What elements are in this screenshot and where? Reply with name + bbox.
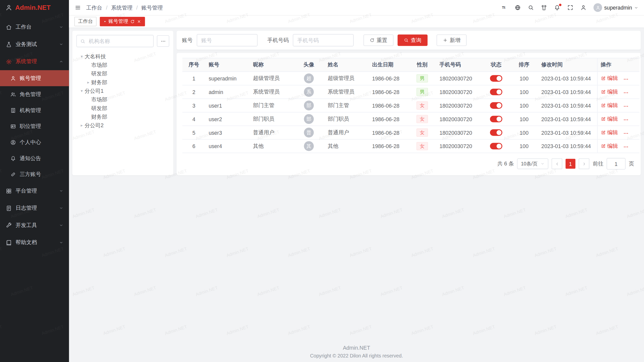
notification-bell-icon[interactable] bbox=[554, 5, 560, 11]
table-row: 6user4其他其其他1986-06-28女180200307201002023… bbox=[182, 139, 639, 153]
sidebar-item-role-management[interactable]: 角色管理 bbox=[0, 86, 69, 102]
edit-button[interactable]: 编辑 bbox=[601, 129, 618, 136]
search-button[interactable]: 查询 bbox=[397, 34, 427, 46]
sidebar-item-label: 账号管理 bbox=[20, 74, 41, 82]
tree-node[interactable]: ▸分公司2 bbox=[76, 121, 169, 130]
tree-node[interactable]: 市场部 bbox=[76, 61, 169, 69]
profile-icon[interactable] bbox=[580, 5, 586, 11]
sidebar-item-platform-management[interactable]: 平台管理 bbox=[0, 182, 69, 200]
sidebar-item-position-management[interactable]: 职位管理 bbox=[0, 118, 69, 134]
footer-copyright: Copyright © 2022 Dilon All rights reserv… bbox=[69, 353, 644, 359]
phone-label: 手机号码 bbox=[267, 36, 289, 44]
account-input[interactable] bbox=[197, 34, 258, 47]
edit-icon bbox=[601, 76, 606, 81]
tab-workbench[interactable]: 工作台 bbox=[74, 17, 97, 26]
sidebar-item-business-test[interactable]: 业务测试 bbox=[0, 36, 69, 53]
sidebar-item-help-docs[interactable]: 帮助文档 bbox=[0, 234, 69, 251]
sidebar-item-log-management[interactable]: 日志管理 bbox=[0, 199, 69, 217]
more-actions-button[interactable] bbox=[623, 104, 629, 109]
status-toggle[interactable] bbox=[490, 129, 502, 136]
org-search-input[interactable] bbox=[88, 37, 150, 44]
tree-node[interactable]: ▾分公司1 bbox=[76, 86, 169, 95]
status-toggle[interactable] bbox=[490, 75, 502, 82]
tree-node[interactable]: 研发部 bbox=[76, 69, 169, 78]
active-dot-icon bbox=[103, 20, 106, 23]
chevron-down-icon bbox=[634, 6, 638, 10]
globe-icon[interactable] bbox=[515, 5, 521, 11]
edit-button[interactable]: 编辑 bbox=[601, 142, 618, 150]
status-toggle[interactable] bbox=[490, 102, 502, 109]
tab-account-management[interactable]: 账号管理 bbox=[100, 17, 145, 26]
edit-button[interactable]: 编辑 bbox=[601, 102, 618, 109]
tree-node[interactable]: ▸财务部 bbox=[76, 78, 169, 86]
sidebar-item-notice-announcement[interactable]: 通知公告 bbox=[0, 150, 69, 166]
add-button[interactable]: 新增 bbox=[437, 34, 467, 46]
more-actions-button[interactable] bbox=[623, 117, 629, 123]
tree-caret-icon[interactable]: ▸ bbox=[86, 80, 91, 84]
account-label: 账号 bbox=[182, 36, 192, 44]
cell-avatar: 系 bbox=[293, 85, 325, 99]
cell-account: user2 bbox=[205, 112, 250, 126]
sidebar-item-org-management[interactable]: 机构管理 bbox=[0, 102, 69, 118]
status-toggle[interactable] bbox=[490, 143, 502, 150]
tree-node[interactable]: 财务部 bbox=[76, 112, 169, 121]
cell-phone: 18020030720 bbox=[436, 72, 482, 85]
prev-page-button[interactable] bbox=[552, 158, 562, 169]
grid-icon bbox=[6, 188, 12, 194]
breadcrumb-item-account-management[interactable]: 账号管理 bbox=[133, 4, 163, 11]
cell-birthdate: 1986-06-28 bbox=[369, 112, 408, 126]
tree-node[interactable]: 研发部 bbox=[76, 104, 169, 112]
fullscreen-icon[interactable] bbox=[567, 5, 573, 11]
sidebar-item-workbench[interactable]: 工作台 bbox=[0, 18, 69, 36]
cell-gender: 男 bbox=[408, 85, 436, 99]
cell-sort: 100 bbox=[510, 112, 538, 126]
breadcrumb-item-system-management[interactable]: 系统管理 bbox=[102, 4, 133, 11]
tree-caret-icon[interactable]: ▾ bbox=[79, 54, 85, 59]
tab-label: 工作台 bbox=[78, 18, 93, 25]
tree-node[interactable]: 市场部 bbox=[76, 95, 169, 104]
bell-icon bbox=[10, 155, 16, 161]
search-icon[interactable] bbox=[528, 5, 534, 11]
hamburger-menu-icon[interactable] bbox=[75, 5, 81, 11]
breadcrumb-item-workbench[interactable]: 工作台 bbox=[86, 4, 102, 11]
tree-node[interactable]: ▾大名科技 bbox=[76, 52, 169, 61]
next-page-button[interactable] bbox=[579, 158, 589, 169]
cell-account: user3 bbox=[205, 126, 250, 139]
reset-button[interactable]: 重置 bbox=[364, 34, 393, 46]
avatar: 部 bbox=[304, 101, 314, 110]
cell-sort: 100 bbox=[510, 139, 538, 153]
status-toggle[interactable] bbox=[490, 89, 502, 95]
tree-caret-icon[interactable]: ▸ bbox=[79, 123, 85, 128]
logo[interactable]: Admin.NET bbox=[0, 0, 69, 15]
font-size-icon[interactable]: Tt bbox=[502, 5, 508, 11]
close-icon[interactable] bbox=[137, 19, 141, 24]
sidebar-item-third-party-account[interactable]: 三方账号 bbox=[0, 166, 69, 182]
user-menu[interactable]: superadmin bbox=[593, 3, 638, 12]
goto-page-input[interactable] bbox=[607, 158, 625, 170]
cell-account: superadmin bbox=[205, 72, 250, 85]
more-actions-button[interactable] bbox=[623, 144, 629, 150]
more-actions-button[interactable] bbox=[623, 90, 629, 96]
toggle-knob bbox=[497, 103, 502, 108]
refresh-icon[interactable] bbox=[130, 19, 135, 24]
edit-button[interactable]: 编辑 bbox=[601, 75, 618, 82]
edit-button[interactable]: 编辑 bbox=[601, 115, 618, 122]
sidebar-item-dev-tools[interactable]: 开发工具 bbox=[0, 217, 69, 234]
phone-input[interactable] bbox=[293, 34, 354, 47]
theme-shirt-icon[interactable] bbox=[541, 5, 547, 11]
chevron-down-icon bbox=[59, 206, 63, 210]
sidebar-item-account-management[interactable]: 账号管理 bbox=[0, 70, 69, 86]
tree-caret-icon[interactable]: ▾ bbox=[79, 89, 85, 93]
cell-sort: 100 bbox=[510, 85, 538, 99]
page-size-select[interactable]: 10条/页 bbox=[517, 158, 548, 169]
sidebar-item-system-management[interactable]: 系统管理 bbox=[0, 53, 69, 70]
sidebar-item-personal-center[interactable]: 个人中心 bbox=[0, 134, 69, 150]
edit-button[interactable]: 编辑 bbox=[601, 88, 618, 96]
more-actions-button[interactable] bbox=[623, 131, 629, 137]
org-more-button[interactable] bbox=[157, 35, 169, 47]
status-toggle[interactable] bbox=[490, 116, 502, 122]
avatar: 超 bbox=[304, 73, 314, 83]
tree-node-label: 分公司2 bbox=[85, 122, 103, 129]
more-actions-button[interactable] bbox=[623, 76, 629, 82]
page-number-1[interactable]: 1 bbox=[566, 159, 575, 169]
